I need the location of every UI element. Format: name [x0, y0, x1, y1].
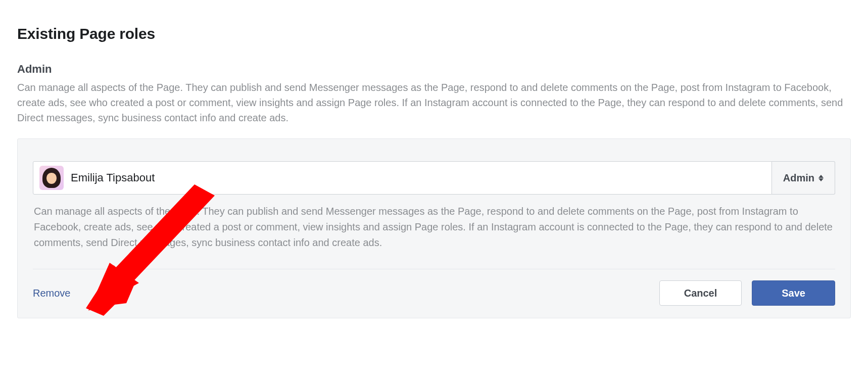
user-role-description: Can manage all aspects of the Page. They… [33, 204, 835, 251]
role-heading: Admin [17, 63, 851, 76]
divider [33, 269, 835, 269]
button-group: Cancel Save [659, 280, 835, 306]
section-title: Existing Page roles [17, 25, 851, 42]
role-description: Can manage all aspects of the Page. They… [17, 80, 851, 125]
user-identity: Emilija Tipsabout [33, 161, 772, 195]
sort-icon [818, 175, 824, 181]
role-select[interactable]: Admin [772, 161, 835, 195]
footer-row: Remove Cancel Save [33, 280, 835, 306]
role-select-label: Admin [783, 172, 814, 184]
user-name: Emilija Tipsabout [71, 171, 155, 184]
avatar [39, 166, 64, 190]
save-button[interactable]: Save [752, 280, 835, 306]
user-row: Emilija Tipsabout Admin [33, 161, 835, 195]
role-card: Emilija Tipsabout Admin Can manage all a… [17, 138, 851, 318]
remove-link[interactable]: Remove [33, 288, 70, 299]
cancel-button[interactable]: Cancel [659, 280, 742, 306]
